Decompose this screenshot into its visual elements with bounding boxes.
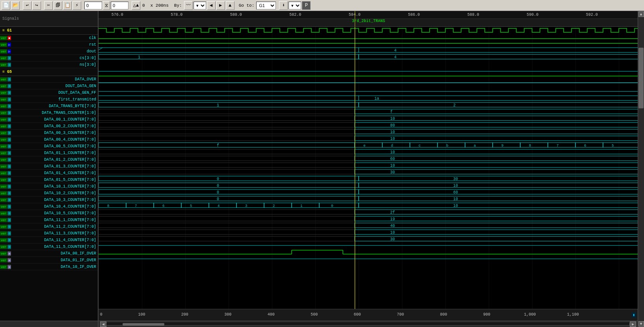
signal-row-d015[interactable]: ver⊡ DATA_01_5_COUNTER[7:0] — [0, 177, 98, 183]
svg-text:4: 4 — [218, 204, 220, 208]
signal-row-dout[interactable]: ver ▷ dout — [0, 48, 98, 55]
download-select[interactable]: ▾ — [288, 2, 301, 9]
signal-row-d011[interactable]: ver⊡ DATA_01_1_COUNTER[7:0] — [0, 150, 98, 156]
svg-text:1: 1 — [300, 204, 302, 208]
signal-row-data-trans-byte[interactable]: ver ⊡ DATA_TRANS_BYTE[7:0] — [0, 103, 98, 110]
signal-name-d004: DATA_00_4_COUNTER[7:0] — [11, 137, 96, 142]
signal-row-d005[interactable]: ver⊡ DATA_00_5_COUNTER[7:0] — [0, 143, 98, 150]
scroll-right-btn[interactable]: ▶ — [630, 321, 636, 327]
svg-rect-104 — [154, 203, 181, 208]
signal-row-d102[interactable]: ver⊡ DATA_10_2_COUNTER[7:0] — [0, 190, 98, 197]
vscroll-thumb[interactable] — [638, 48, 644, 108]
svg-rect-24 — [359, 102, 638, 107]
signal-button[interactable]: ⚡ — [73, 1, 81, 10]
open-button[interactable]: 📂 — [11, 1, 20, 10]
copy-button[interactable]: 🗐 — [54, 1, 62, 10]
marker-input[interactable]: 0 — [111, 2, 128, 9]
svg-text:60: 60 — [390, 157, 395, 161]
signal-row-ns[interactable]: ver ⊡ ns[3:0] — [0, 61, 98, 68]
signal-name-d013: DATA_01_3_COUNTER[7:0] — [11, 164, 96, 169]
waveform-btn[interactable]: 〰 — [184, 1, 193, 10]
paste-button[interactable]: 📋 — [63, 1, 72, 10]
wf-d01if — [99, 250, 638, 254]
waveform-area[interactable]: 4 1 4 — [99, 27, 638, 309]
svg-text:1: 1 — [217, 103, 219, 108]
signal-row-d112[interactable]: ver⊡ DATA_11_2_COUNTER[7:0] — [0, 223, 98, 230]
vscroll[interactable]: ▲ ▼ — [638, 11, 644, 327]
signal-row-rst[interactable]: ver ▷ rst — [0, 41, 98, 48]
signal-row-d004[interactable]: ver⊡ DATA_00_4_COUNTER[7:0] — [0, 136, 98, 143]
wf-d001: f — [99, 109, 638, 114]
goto-label: Go to: — [238, 3, 256, 8]
signal-row-d105[interactable]: ver⊡ DATA_10_5_COUNTER[7:0] — [0, 210, 98, 217]
by-select[interactable]: ▾ — [194, 2, 206, 9]
svg-text:9: 9 — [501, 144, 503, 148]
group-g1[interactable]: ≡ G1 — [0, 27, 98, 35]
signal-row-cs[interactable]: ver ⊡ cs[3:0] — [0, 55, 98, 61]
svg-text:c: c — [419, 144, 421, 148]
signal-row-d114[interactable]: ver⊡ DATA_11_4_COUNTER[7:0] — [0, 237, 98, 243]
marker-btn[interactable]: ⧖ — [103, 1, 110, 10]
wf-d113: 40 — [99, 223, 638, 228]
ruler-label-578: 578.0 — [171, 13, 182, 17]
svg-rect-102 — [126, 203, 154, 208]
delta-value: 0 — [141, 3, 146, 8]
signal-row-data-trans-counter[interactable]: ver ⊡ DATA_TRANS_COUNTER[1:0] — [0, 110, 98, 116]
signal-row-d003[interactable]: ver⊡ DATA_00_3_COUNTER[7:0] — [0, 130, 98, 136]
wf-d005: 10 — [99, 136, 638, 141]
svg-text:1a: 1a — [374, 97, 379, 101]
svg-text:10: 10 — [390, 137, 395, 141]
signal-row-data-over[interactable]: ver ⊡ DATA_OVER — [0, 76, 98, 83]
undo-button[interactable]: ↩ — [23, 1, 32, 10]
group-g5[interactable]: ≡ G5 — [0, 68, 98, 76]
vscroll-down-btn[interactable]: ▼ — [638, 321, 644, 327]
delta-up[interactable]: △▲ — [132, 1, 140, 10]
by-label: By: — [173, 3, 183, 8]
signal-row-d01-if[interactable]: ver▣ DATA_01_IF_OVER — [0, 257, 98, 264]
wf-d102: 0 10 — [99, 183, 638, 188]
redo-button[interactable]: ↪ — [32, 1, 41, 10]
bottom-scrollbar[interactable]: ◀ ▶ — [99, 321, 638, 327]
scroll-track[interactable] — [106, 323, 630, 326]
scroll-left-btn[interactable]: ◀ — [100, 321, 106, 327]
signal-row-d115[interactable]: ver⊡ DATA_11_5_COUNTER[7:0] — [0, 243, 98, 250]
cut-button[interactable]: ✂ — [44, 1, 53, 10]
signal-row-d104[interactable]: ver⊡ DATA_10_4_COUNTER[7:0] — [0, 203, 98, 210]
vscroll-track[interactable] — [638, 17, 644, 321]
ruler-b-500: 500 — [311, 312, 318, 317]
svg-text:7: 7 — [557, 144, 558, 148]
signal-row-first-transmited[interactable]: ver ⊡ first_transmited — [0, 96, 98, 103]
signal-row-dout-data-gen[interactable]: ver ⊡ DOUT_DATA_GEN — [0, 83, 98, 89]
signal-header: Signals — [0, 11, 98, 27]
signal-row-d00-if[interactable]: ver▣ DATA_00_IF_OVER — [0, 250, 98, 257]
signal-panel-scrollbar[interactable] — [0, 321, 98, 327]
ruler-label-576: 576.0 — [112, 13, 123, 17]
snap-btn[interactable]: ▲ — [226, 1, 235, 10]
download-btn[interactable]: ⬇ — [279, 1, 288, 10]
time-input[interactable]: 0 — [84, 2, 102, 9]
vscroll-up-btn[interactable]: ▲ — [638, 11, 644, 17]
print-btn[interactable]: P — [302, 1, 311, 10]
signal-row-d101[interactable]: ver⊡ DATA_10_1_COUNTER[7:0] — [0, 183, 98, 190]
signal-row-d001[interactable]: ver⊡ DATA_00_1_COUNTER[7:0] — [0, 116, 98, 123]
signal-row-d013[interactable]: ver⊡ DATA_01_3_COUNTER[7:0] — [0, 163, 98, 170]
signal-row-dout-data-gen-ff[interactable]: ver ⊡ DOUT_DATA_GEN_FF — [0, 89, 98, 96]
ruler-b-700: 700 — [397, 312, 404, 317]
next-btn[interactable]: ▶ — [216, 1, 225, 10]
signal-row-d012[interactable]: ver⊡ DATA_01_2_COUNTER[7:0] — [0, 156, 98, 163]
signal-row-d113[interactable]: ver⊡ DATA_11_3_COUNTER[7:0] — [0, 230, 98, 237]
signal-row-clk[interactable]: ver ■ clk — [0, 35, 98, 41]
signal-row-d103[interactable]: ver⊡ DATA_10_3_COUNTER[7:0] — [0, 197, 98, 203]
new-button[interactable]: 📄 — [2, 1, 10, 10]
prev-btn[interactable]: ◀ — [207, 1, 216, 10]
scroll-thumb[interactable] — [123, 323, 164, 325]
signal-row-d014[interactable]: ver⊡ DATA_01_4_COUNTER[7:0] — [0, 170, 98, 177]
signal-row-d002[interactable]: ver⊡ DATA_00_2_COUNTER[7:0] — [0, 123, 98, 130]
signal-row-d111[interactable]: ver⊡ DATA_11_1_COUNTER[7:0] — [0, 217, 98, 223]
wf-d004: 10 — [99, 129, 638, 134]
svg-text:4: 4 — [394, 48, 396, 53]
goto-select[interactable]: G1 — [256, 2, 276, 9]
svg-text:10: 10 — [453, 184, 458, 188]
signal-row-d10-if[interactable]: ver▣ DATA_10_IF_OVER — [0, 264, 98, 270]
svg-text:30: 30 — [390, 237, 395, 242]
